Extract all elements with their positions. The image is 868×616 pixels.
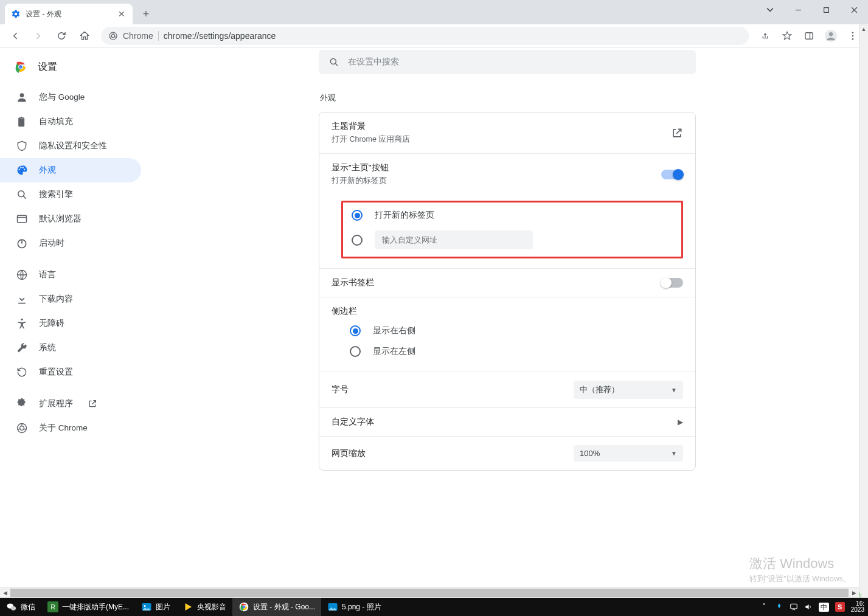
radio-row-custom-url[interactable] (352, 226, 657, 254)
sidebar-item-languages[interactable]: 语言 (0, 263, 141, 287)
sidebar-item-you-and-google[interactable]: 您与 Google (0, 85, 141, 109)
close-icon[interactable]: ✕ (117, 9, 127, 19)
sidebar-item-extensions[interactable]: 扩展程序 (0, 392, 141, 416)
wechat-icon (6, 601, 17, 612)
caret-down-icon[interactable] (756, 0, 784, 19)
settings-search[interactable]: 在设置中搜索 (319, 50, 696, 74)
radio-row-show-left[interactable]: 显示在左侧 (350, 341, 683, 362)
font-size-dropdown[interactable]: 中（推荐） ▼ (574, 381, 683, 399)
sidebar-item-accessibility[interactable]: 无障碍 (0, 311, 141, 336)
sidebar-item-system[interactable]: 系统 (0, 336, 141, 360)
taskbar-item-wechat[interactable]: 微信 (0, 598, 41, 616)
sidebar-item-search-engine[interactable]: 搜索引擎 (0, 182, 141, 207)
svg-rect-0 (824, 7, 828, 12)
row-custom-fonts[interactable]: 自定义字体 ▶ (319, 408, 695, 437)
bookmarks-bar-toggle[interactable] (661, 278, 683, 288)
scroll-track[interactable] (859, 34, 868, 595)
window-titlebar: 设置 - 外观 ✕ + (0, 0, 868, 24)
radio-show-left[interactable] (350, 346, 361, 357)
taskbar-item-photos[interactable]: 图片 (135, 598, 176, 616)
scroll-up-arrow-icon[interactable]: ▲ (859, 24, 868, 34)
watermark-sub: 转到"设置"以激活 Windows。 (749, 574, 851, 584)
sidebar-item-default-browser[interactable]: 默认浏览器 (0, 207, 141, 231)
search-icon (16, 189, 28, 201)
svg-rect-3 (805, 32, 813, 39)
sidebar-item-appearance[interactable]: 外观 (0, 158, 141, 182)
annotation-highlight: 打开新的标签页 (341, 201, 683, 258)
chevron-down-icon: ▼ (671, 450, 677, 457)
scroll-thumb[interactable] (10, 589, 849, 597)
maximize-button[interactable] (812, 0, 840, 19)
windows-taskbar: 微信 R 一键排版助手(MyE... 图片 央视影音 设置 - 外观 - Goo… (0, 598, 868, 616)
windows-activation-watermark: 激活 Windows 转到"设置"以激活 Windows。 (749, 555, 851, 584)
custom-url-input[interactable] (375, 230, 533, 249)
home-button[interactable] (74, 27, 95, 45)
taskbar-item-typeset[interactable]: R 一键排版助手(MyE... (41, 598, 135, 616)
window-horizontal-scrollbar[interactable]: ◀ ▶ (0, 587, 859, 598)
home-button-toggle[interactable] (661, 170, 683, 179)
sidebar-item-label: 重置设置 (39, 367, 73, 378)
sogou-ime-icon[interactable]: S (835, 602, 845, 612)
row-theme[interactable]: 主题背景 打开 Chrome 应用商店 (319, 112, 695, 154)
accessibility-icon (16, 317, 28, 330)
radio-row-show-right[interactable]: 显示在右侧 (350, 320, 683, 341)
back-button[interactable] (5, 27, 26, 45)
play-icon (182, 601, 193, 612)
ime-indicator[interactable]: 中 (819, 603, 829, 612)
sidebar-item-downloads[interactable]: 下载内容 (0, 287, 141, 311)
page-zoom-dropdown[interactable]: 100% ▼ (574, 445, 683, 462)
taskbar-item-photo-file[interactable]: 5.png - 照片 (321, 598, 387, 616)
window-vertical-scrollbar[interactable]: ▲ ▼ (859, 24, 868, 605)
sidebar-item-reset[interactable]: 重置设置 (0, 360, 141, 384)
clock[interactable]: 16: 2023 (851, 601, 864, 613)
taskbar-label: 一键排版助手(MyE... (62, 602, 129, 612)
radio-label: 显示在右侧 (373, 325, 415, 336)
forward-button[interactable] (28, 27, 49, 45)
side-panel-icon[interactable] (799, 27, 819, 45)
radio-custom-url[interactable] (352, 235, 363, 246)
dropdown-value: 100% (580, 449, 600, 458)
svg-point-12 (20, 93, 24, 97)
dropdown-value: 中（推荐） (580, 384, 619, 395)
sidebar-item-label: 无障碍 (39, 318, 64, 329)
sidebar-item-about[interactable]: 关于 Chrome (0, 416, 141, 440)
app-icon: R (47, 601, 58, 612)
radio-row-newtab[interactable]: 打开新的标签页 (352, 205, 657, 226)
sidebar-item-label: 隐私设置和安全性 (39, 140, 107, 151)
svg-point-22 (11, 606, 16, 611)
sidebar-item-label: 语言 (39, 269, 56, 280)
minimize-button[interactable] (784, 0, 812, 19)
address-bar[interactable]: Chrome chrome://settings/appearance (101, 27, 749, 45)
action-center-icon[interactable] (790, 603, 798, 611)
svg-point-5 (829, 32, 833, 36)
browser-tab-active[interactable]: 设置 - 外观 ✕ (5, 4, 133, 24)
search-placeholder: 在设置中搜索 (348, 57, 399, 67)
tray-app-icon[interactable] (775, 603, 783, 611)
new-tab-button[interactable]: + (137, 5, 155, 22)
profile-avatar[interactable] (821, 27, 841, 45)
share-icon[interactable] (755, 27, 776, 45)
taskbar-item-cctv[interactable]: 央视影音 (176, 598, 232, 616)
taskbar-item-chrome[interactable]: 设置 - 外观 - Goo... (232, 598, 321, 616)
sidebar-item-on-startup[interactable]: 启动时 (0, 231, 141, 255)
bookmark-star-icon[interactable] (777, 27, 797, 45)
radio-newtab[interactable] (352, 210, 363, 221)
tray-overflow-icon[interactable]: ˄ (759, 603, 769, 611)
clipboard-icon (16, 116, 28, 128)
taskbar-label: 央视影音 (197, 602, 226, 612)
scroll-left-arrow-icon[interactable]: ◀ (0, 590, 10, 596)
sidebar-item-autofill[interactable]: 自动填充 (0, 109, 141, 134)
window-controls (756, 0, 868, 24)
omnibox-provider: Chrome (123, 31, 153, 41)
reload-button[interactable] (51, 27, 72, 45)
radio-show-right[interactable] (350, 325, 361, 336)
row-home-button: 显示"主页"按钮 打开新的标签页 (319, 154, 695, 195)
sidebar-item-privacy[interactable]: 隐私设置和安全性 (0, 134, 141, 158)
settings-title: 设置 (38, 61, 57, 74)
svg-point-6 (852, 32, 854, 33)
volume-icon[interactable] (804, 603, 813, 611)
svg-point-19 (20, 426, 24, 431)
scroll-right-arrow-icon[interactable]: ▶ (849, 590, 859, 596)
window-close-button[interactable] (840, 0, 868, 19)
row-bookmarks-bar: 显示书签栏 (319, 269, 695, 297)
